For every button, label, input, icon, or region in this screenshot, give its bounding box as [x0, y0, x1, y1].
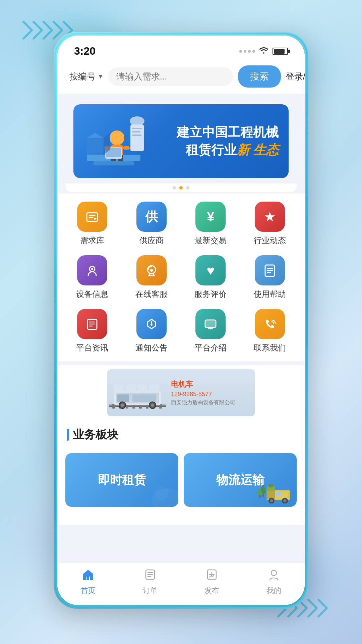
icon-item-notice[interactable]: 通知公告 — [128, 309, 175, 353]
battery-icon — [273, 48, 288, 55]
signal-dot-2 — [244, 50, 246, 53]
icon-row-3: 平台资讯 通知公告 — [63, 309, 299, 353]
phone-frame: 3:20 — [54, 32, 308, 609]
profile-icon — [268, 569, 280, 584]
svg-rect-48 — [126, 384, 136, 393]
publish-icon — [206, 569, 218, 584]
intro-label: 平台介绍 — [194, 342, 227, 353]
demand-icon — [77, 202, 107, 232]
equipment-icon — [77, 255, 107, 285]
svg-rect-47 — [114, 384, 124, 393]
login-register-button[interactable]: 登录/注册 — [286, 71, 305, 83]
svg-point-52 — [155, 487, 168, 500]
section-bar-icon — [67, 429, 69, 441]
svg-point-70 — [271, 570, 277, 576]
svg-marker-16 — [87, 133, 104, 138]
filter-arrow-icon: ▼ — [98, 73, 104, 80]
publish-label: 发布 — [204, 586, 219, 596]
ad-company: 西安强力盾构设备有限公司 — [171, 399, 251, 406]
nav-profile[interactable]: 我的 — [243, 569, 305, 596]
svg-point-26 — [150, 324, 153, 326]
svg-point-64 — [283, 499, 287, 502]
icon-item-industry[interactable]: ★ 行业动态 — [246, 202, 293, 246]
icon-item-service[interactable]: 在线客服 — [128, 255, 175, 300]
review-label: 服务评价 — [194, 289, 227, 300]
ad-banner[interactable]: 电机车 129-9285-5577 西安强力盾构设备有限公司 — [107, 369, 255, 416]
icon-row-1: 需求库 供 供应商 ¥ — [63, 202, 299, 246]
icon-item-equipment[interactable]: 设备信息 — [69, 255, 116, 300]
nav-publish[interactable]: 发布 — [181, 569, 243, 596]
status-time: 3:20 — [74, 45, 96, 57]
signal-dots — [239, 50, 255, 53]
svg-rect-15 — [87, 138, 104, 155]
svg-rect-13 — [132, 135, 141, 136]
icon-item-supplier[interactable]: 供 供应商 — [128, 202, 175, 246]
banner-title-line1: 建立中国工程机械 — [177, 123, 279, 141]
search-button[interactable]: 搜索 — [238, 65, 281, 88]
ad-container: 电机车 129-9285-5577 西安强力盾构设备有限公司 — [57, 365, 305, 420]
svg-point-23 — [150, 269, 153, 272]
signal-dot-1 — [239, 50, 242, 53]
rental-title: 即时租赁 — [98, 472, 146, 488]
svg-rect-12 — [132, 131, 140, 132]
nav-home[interactable]: 首页 — [57, 569, 119, 596]
svg-point-2 — [110, 130, 124, 145]
notice-icon — [136, 309, 167, 339]
supplier-icon: 供 — [136, 202, 167, 232]
search-bar: 按编号 ▼ 搜索 登录/注册 — [57, 61, 305, 94]
business-cards: 即时租赁 物流运输 — [57, 448, 305, 515]
svg-rect-50 — [149, 384, 159, 393]
ad-title: 电机车 — [171, 379, 251, 389]
svg-rect-67 — [87, 577, 89, 580]
svg-rect-56 — [259, 495, 260, 498]
home-label: 首页 — [81, 586, 96, 596]
service-label: 在线客服 — [135, 289, 168, 300]
ad-machine-image — [107, 369, 168, 416]
trade-icon: ¥ — [195, 202, 226, 232]
intro-icon — [195, 309, 226, 339]
logistics-card[interactable]: 物流运输 — [184, 453, 297, 507]
svg-rect-28 — [206, 321, 215, 327]
icon-item-trade[interactable]: ¥ 最新交易 — [187, 202, 234, 246]
icon-item-news[interactable]: 平台资讯 — [69, 309, 116, 353]
svg-point-46 — [151, 404, 154, 407]
orders-label: 订单 — [143, 586, 158, 596]
help-icon — [255, 255, 285, 285]
service-icon — [136, 255, 167, 285]
contact-icon — [255, 309, 285, 339]
svg-rect-66 — [268, 484, 273, 487]
svg-rect-60 — [276, 492, 281, 496]
icon-item-intro[interactable]: 平台介绍 — [187, 309, 234, 353]
signal-dot-3 — [248, 50, 251, 53]
icon-item-contact[interactable]: 联系我们 — [246, 309, 293, 353]
home-icon — [82, 569, 95, 584]
icon-item-demand[interactable]: 需求库 — [69, 202, 116, 246]
svg-point-44 — [121, 404, 124, 407]
signal-dot-4 — [252, 50, 255, 53]
icon-item-help[interactable]: 使用帮助 — [246, 255, 293, 300]
search-input[interactable] — [108, 67, 233, 86]
section-header: 业务板块 — [57, 420, 305, 448]
svg-point-21 — [91, 268, 93, 270]
svg-rect-9 — [123, 146, 130, 150]
news-icon — [77, 309, 107, 339]
svg-rect-1 — [94, 161, 134, 165]
rental-card[interactable]: 即时租赁 — [65, 453, 178, 507]
nav-orders[interactable]: 订单 — [119, 569, 181, 596]
svg-point-62 — [270, 499, 273, 502]
demand-label: 需求库 — [80, 235, 104, 246]
svg-rect-30 — [109, 406, 166, 407]
profile-label: 我的 — [266, 586, 281, 596]
equipment-label: 设备信息 — [76, 289, 108, 300]
filter-dropdown[interactable]: 按编号 ▼ — [69, 71, 104, 83]
banner-dots — [65, 183, 297, 192]
supplier-label: 供应商 — [139, 235, 164, 246]
wifi-icon — [258, 46, 269, 56]
svg-point-19 — [94, 218, 96, 220]
hero-banner[interactable]: 建立中国工程机械 租赁行业新 生态 — [65, 99, 297, 192]
help-label: 使用帮助 — [254, 289, 286, 300]
icon-item-review[interactable]: ♥ 服务评价 — [187, 255, 234, 300]
svg-point-14 — [130, 116, 144, 126]
section-title-text: 业务板块 — [73, 427, 118, 442]
banner-image: 建立中国工程机械 租赁行业新 生态 — [73, 104, 289, 178]
